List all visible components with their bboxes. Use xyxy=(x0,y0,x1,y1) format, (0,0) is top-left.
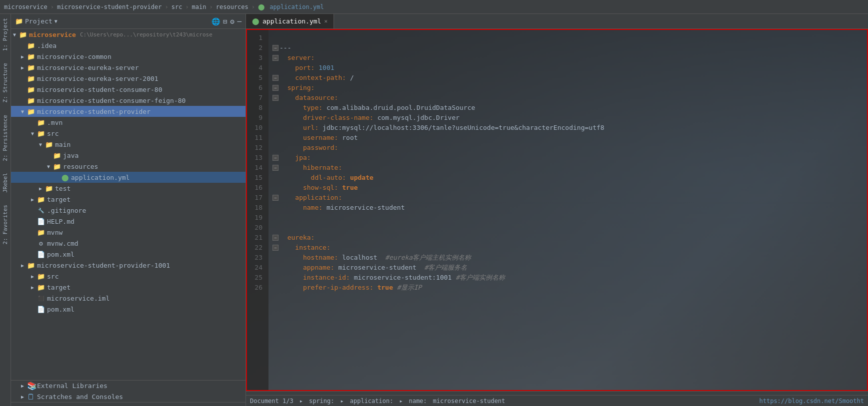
breadcrumb-resources[interactable]: resources xyxy=(216,3,248,10)
fold-2[interactable]: − xyxy=(272,45,278,51)
fold-6[interactable]: − xyxy=(272,85,278,91)
split-icon[interactable]: ⊟ xyxy=(223,17,227,25)
tree-label-mvnw: mvnw xyxy=(47,229,62,236)
folder-consumer-80-icon: 📁 xyxy=(27,86,35,93)
val-appname: microservice-student xyxy=(338,263,416,273)
tree-item-common[interactable]: ▶ 📁 microservice-common xyxy=(11,51,246,62)
key-username: username: xyxy=(280,133,342,143)
folder-target-icon: 📁 xyxy=(37,196,45,203)
line-numbers: 1 2 3 4 5 6 7 8 9 10 11 12 13 14 15 16 1… xyxy=(246,29,268,391)
tree-item-java[interactable]: 📁 java xyxy=(11,150,246,161)
tree-item-pom-xml[interactable]: 📄 pom.xml xyxy=(11,249,246,260)
scratches-icon: 🗒 xyxy=(27,392,35,402)
status-url[interactable]: https://blog.csdn.net/Smootht xyxy=(759,398,864,405)
tree-item-help-md[interactable]: 📄 HELP.md xyxy=(11,216,246,227)
key-password: password: xyxy=(280,143,338,153)
fold-7[interactable]: − xyxy=(272,95,278,101)
fold-13[interactable]: − xyxy=(272,155,278,161)
tree-item-mvn[interactable]: 📁 .mvn xyxy=(11,117,246,128)
sidebar-scrollbar[interactable] xyxy=(11,402,246,406)
arrow-external: ▶ xyxy=(21,383,27,389)
folder-feign-80-icon: 📁 xyxy=(27,97,35,104)
breadcrumb-src[interactable]: src xyxy=(172,3,182,10)
tab-application-yml[interactable]: ⬤ application.yml ✕ xyxy=(246,14,334,28)
tree-item-eureka-2001[interactable]: 📁 microservice-eureka-server-2001 xyxy=(11,73,246,84)
fold-22[interactable]: − xyxy=(272,245,278,251)
breadcrumb-main[interactable]: main xyxy=(192,3,206,10)
vtab-jrebel[interactable]: JRebel xyxy=(1,171,10,195)
tree-item-main[interactable]: ▼ 📁 main xyxy=(11,139,246,150)
line-num-23: 23 xyxy=(246,253,266,263)
status-spring: spring: xyxy=(309,398,334,405)
status-sep-2: ▸ xyxy=(340,398,344,405)
val-driver: com.mysql.jdbc.Driver xyxy=(378,113,460,123)
tree-item-consumer-80[interactable]: 📁 microservice-student-consumer-80 xyxy=(11,84,246,95)
tree-item-gitignore[interactable]: 🔧 .gitignore xyxy=(11,205,246,216)
fold-3[interactable]: − xyxy=(272,55,278,61)
tree-item-application-yml[interactable]: ⬤ application.yml xyxy=(11,172,246,183)
key-port: port: xyxy=(280,63,318,73)
tree-item-scratches[interactable]: ▶ 🗒 Scratches and Consoles xyxy=(11,391,246,402)
tree-item-mvnw[interactable]: 📁 mvnw xyxy=(11,227,246,238)
key-hibernate: hibernate: xyxy=(280,163,342,173)
tree-item-feign-80[interactable]: 📁 microservice-student-consumer-feign-80 xyxy=(11,95,246,106)
dropdown-arrow[interactable]: ▼ xyxy=(54,18,58,24)
minimize-icon[interactable]: ─ xyxy=(238,17,242,25)
code-line-11: username: root xyxy=(272,133,868,143)
tree-item-target-1001[interactable]: ▶ 📁 target xyxy=(11,282,246,293)
tree-item-external-libs[interactable]: ▶ 📚 External Libraries xyxy=(11,380,246,391)
vtab-project[interactable]: 1: Project xyxy=(1,16,10,53)
tree-item-test[interactable]: ▶ 📁 test xyxy=(11,183,246,194)
tab-close-button[interactable]: ✕ xyxy=(324,18,328,24)
project-dropdown[interactable]: 📁 Project ▼ xyxy=(15,17,58,25)
arrow-provider: ▼ xyxy=(21,109,27,114)
key-preferip: prefer-ip-address: xyxy=(280,283,378,293)
folder-mvnw-icon: 📁 xyxy=(37,229,45,236)
line-num-17: 17 xyxy=(246,193,266,203)
tree-item-mvnw-cmd[interactable]: ⚙ mvnw.cmd xyxy=(11,238,246,249)
gear-icon[interactable]: ⚙ xyxy=(230,17,234,25)
tree-item-provider-1001[interactable]: ▶ 📁 microservice-student-provider-1001 xyxy=(11,260,246,271)
tree-item-resources[interactable]: ▼ 📁 resources xyxy=(11,161,246,172)
tree-label-help: HELP.md xyxy=(47,218,74,225)
tree-label-mvnw-cmd: mvnw.cmd xyxy=(47,240,78,247)
fold-17[interactable]: − xyxy=(272,195,278,201)
tree-path: C:\Users\repo...\repository\t243\microse xyxy=(80,31,212,38)
tree-label-main: main xyxy=(55,141,70,148)
folder-mvn-icon: 📁 xyxy=(37,119,45,126)
tree-item-pom-1001[interactable]: 📄 pom.xml xyxy=(11,304,246,315)
arrow-provider-1001: ▶ xyxy=(21,263,27,268)
code-line-5: − context-path: / xyxy=(272,73,868,83)
breadcrumb-file[interactable]: ⬤ application.yml xyxy=(258,3,324,10)
status-value: microservice-student xyxy=(433,398,506,405)
code-editor[interactable]: − --- − server: port: 1001 − context-p xyxy=(268,29,868,391)
folder-target-1001-icon: 📁 xyxy=(37,284,45,291)
breadcrumb-bar: microservice › microservice-student-prov… xyxy=(0,0,868,14)
tree-item-idea[interactable]: 📁 .idea xyxy=(11,40,246,51)
breadcrumb-microservice[interactable]: microservice xyxy=(4,3,48,10)
tree-item-src-1001[interactable]: ▶ 📁 src xyxy=(11,271,246,282)
tree-item-microservice[interactable]: ▼ 📁 microservice C:\Users\repo...\reposi… xyxy=(11,29,246,40)
horizontal-scrollbar[interactable] xyxy=(246,391,868,395)
tree-item-provider[interactable]: ▼ 📁 microservice-student-provider xyxy=(11,106,246,117)
code-line-13: − jpa: xyxy=(272,153,868,163)
arrow-resources: ▼ xyxy=(47,164,53,169)
vtab-favorites[interactable]: 2: Favorites xyxy=(1,203,10,246)
vtab-structure[interactable]: Z: Structure xyxy=(1,61,10,104)
tree-item-iml[interactable]: ⬛ microservice.iml xyxy=(11,293,246,304)
fold-5[interactable]: − xyxy=(272,75,278,81)
fold-14[interactable]: − xyxy=(272,165,278,171)
globe-icon[interactable]: 🌐 xyxy=(212,17,220,25)
fold-21[interactable]: − xyxy=(272,235,278,241)
status-application: application: xyxy=(350,398,394,405)
tree-item-eureka-server[interactable]: ▶ 📁 microservice-eureka-server xyxy=(11,62,246,73)
val-username: root xyxy=(342,133,358,143)
tree-item-target[interactable]: ▶ 📁 target xyxy=(11,194,246,205)
vtab-persistence[interactable]: 2: Persistence xyxy=(1,113,10,163)
tree-item-src[interactable]: ▼ 📁 src xyxy=(11,128,246,139)
code-line-9: driver-class-name: com.mysql.jdbc.Driver xyxy=(272,113,868,123)
arrow-main: ▼ xyxy=(39,142,45,147)
code-line-2: − --- xyxy=(272,43,868,53)
code-line-1 xyxy=(272,33,868,43)
breadcrumb-provider[interactable]: microservice-student-provider xyxy=(57,3,162,10)
